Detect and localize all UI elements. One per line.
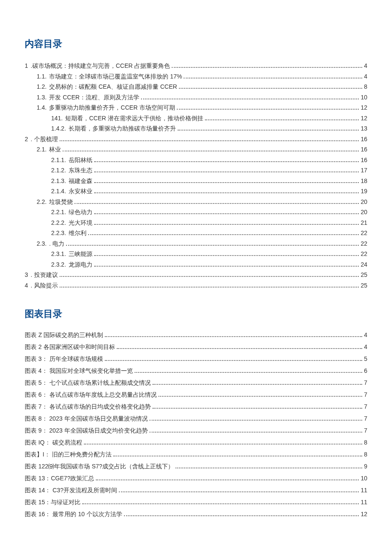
figure-entry[interactable]: 图表 15：与绿证对比 11 [25, 496, 367, 508]
toc-entry[interactable]: 2.2.3. 维尔利 22 [25, 228, 367, 238]
toc-entry-label: .碳市场概况：持续建立与完善，CCER 占据重要角色 [31, 61, 170, 71]
toc-entry[interactable]: 2.1. 林业 16 [25, 144, 367, 155]
leader-dots [153, 384, 363, 385]
figure-entry-page: 11 [360, 496, 367, 508]
toc-entry[interactable]: 2.2.1. 绿色动力 20 [25, 207, 367, 218]
document-page: 内容目录 1 .碳市场概况：持续建立与完善，CCER 占据重要角色 41.1. … [0, 0, 392, 537]
toc-entry-label: . 投资建议 [31, 270, 58, 280]
figure-entry[interactable]: 图表 8： 2023 年全国碳市场日交易量波动情况 7 [25, 413, 367, 424]
figure-entry[interactable]: 图表 6： 各试点碳市场年度线上总交易量占比情况7 [25, 389, 367, 401]
leader-dots [94, 213, 359, 214]
toc-entry-label: 龙源电力 [69, 259, 92, 270]
toc-entry[interactable]: 2.1.4. 永安林业 19 [25, 186, 367, 197]
toc-entry-label: 林业 [49, 144, 61, 155]
toc-entry-page: 4 [364, 61, 367, 71]
toc-entry[interactable]: 2.1.1. 岳阳林纸 16 [25, 155, 367, 166]
toc-entry[interactable]: 2 . 个股梳理16 [25, 134, 367, 145]
leader-dots [94, 171, 359, 172]
figure-entry[interactable]: 图表 16： 最常用的 10 个以次方法学 12 [25, 508, 367, 520]
leader-dots [94, 266, 359, 267]
figure-entry-label: 图表 4： 我国应对全球气候变化举措一览 [25, 365, 133, 377]
toc-entry-page: 25 [360, 270, 367, 280]
figure-entry[interactable]: 图表 122⑼年我国碳市场 S7?成交占比（含线上正线下）9 [25, 460, 367, 472]
toc-entry[interactable]: 2.2. 垃圾焚烧20 [25, 197, 367, 207]
leader-dots [117, 348, 363, 349]
toc-entry-label: 垃圾焚烧 [49, 197, 73, 207]
figure-entry-page: 4 [364, 329, 367, 341]
figure-entry[interactable]: 图表 IQ： 碳交易流程8 [25, 436, 367, 448]
leader-dots [94, 161, 359, 162]
toc-entry-page: 20 [360, 197, 367, 207]
figure-entry[interactable]: 图表 13：CGE7?政策汇总 10 [25, 472, 367, 484]
toc-entry-label: 开发 CCER：流程、原则及方法学 [49, 92, 139, 103]
toc-entry-page: 16 [360, 134, 367, 145]
toc-entry[interactable]: 2.1.2. 东珠生态 17 [25, 165, 367, 176]
toc-entry[interactable]: 2.3. . 电力 22 [25, 238, 367, 249]
figure-entry-label: 图表 5： 七个试点碳市场累计线上配额成交情况 [25, 377, 151, 389]
figure-entry-page: 4 [364, 341, 367, 353]
toc-entry[interactable]: 3 . 投资建议25 [25, 270, 367, 280]
toc-entry-label: 短期看，CCER 潜在需求远大于供给，推动价格倒挂 [65, 113, 203, 124]
toc-entry[interactable]: 1 .碳市场概况：持续建立与完善，CCER 占据重要角色 4 [25, 61, 367, 71]
leader-dots [153, 408, 363, 409]
figure-entry[interactable]: 图表 2 各国家洲区碳中和时间目标4 [25, 341, 367, 353]
figure-entry-page: 5 [364, 353, 367, 365]
toc-entry-number: 4 [25, 280, 28, 291]
toc-entry[interactable]: 2.2.2. 光大环境 21 [25, 218, 367, 228]
leader-dots [184, 78, 362, 78]
toc-entry-number: 2.1.1. [51, 155, 66, 166]
figure-entry-label: 图表 9： 2023 年全国碳场日成交均价变化趋势 [25, 424, 148, 436]
toc-entry[interactable]: 141. 短期看，CCER 潜在需求远大于供给，推动价格倒挂 12 [25, 113, 367, 124]
figure-entry[interactable]: 图表 4： 我国应对全球气候变化举措一览6 [25, 365, 367, 377]
toc-entry[interactable]: 1.4.2. 长期看，多重驱动力助推碳市场量价齐升 13 [25, 123, 367, 134]
toc-entry-page: 19 [360, 186, 367, 197]
toc-entry-number: 2.3.1. [51, 249, 66, 259]
figure-entry[interactable]: 图表 Z 国际碳交易的三种机制4 [25, 329, 367, 341]
toc-entry-number: 2 [25, 134, 28, 145]
toc-entry-label: 绿色动力 [69, 207, 92, 218]
leader-dots [60, 140, 359, 141]
toc-entry[interactable]: 4 . 风险提示25 [25, 280, 367, 291]
toc-entry-page: 24 [360, 259, 367, 270]
leader-dots [105, 360, 363, 361]
toc-entry-number: 2.3. [37, 238, 46, 249]
toc-entry-page: 21 [360, 218, 367, 228]
figure-entry[interactable]: 图表 9： 2023 年全国碳场日成交均价变化趋势 7 [25, 424, 367, 436]
toc-entry-number: 141. [51, 113, 63, 124]
figure-entry-page: 11 [360, 484, 367, 496]
toc-entry-label: 福建金森 [69, 176, 92, 186]
toc-entry[interactable]: 1.1. 市场建立：全球碳市场已覆盖温室气体排放的 17% 4 [25, 71, 367, 82]
figure-entry[interactable]: 图表 3： 历年全球碳市场规模5 [25, 353, 367, 365]
toc-entry-number: 1.2. [37, 81, 46, 92]
figure-entry[interactable]: 图表】I： 旧的三种免费分配方法 8 [25, 448, 367, 460]
toc-entry-number: 3 [25, 270, 28, 280]
leader-dots [94, 182, 359, 183]
leader-dots [94, 192, 359, 193]
leader-dots [119, 491, 359, 492]
toc-entry[interactable]: 1.3. 开发 CCER：流程、原则及方法学 10 [25, 92, 367, 103]
leader-dots [172, 67, 362, 68]
toc-entry-page: 4 [364, 71, 367, 82]
toc-entry-label: 岳阳林纸 [69, 155, 92, 166]
toc-entry-number: 1.3. [37, 92, 46, 103]
figure-entry[interactable]: 图表 14： C3?开发流程及所需时间 11 [25, 484, 367, 496]
toc-entry[interactable]: 2.3.2. 龙源电力 24 [25, 259, 367, 270]
toc-entry[interactable]: 1.4. 多重驱动力助推量价齐升，CCER 市场空间可期12 [25, 102, 367, 113]
toc-entry[interactable]: 2.3.1. 三峡能源 22 [25, 249, 367, 259]
toc-entry-label: 三峡能源 [69, 249, 92, 259]
figure-entry[interactable]: 图表 5： 七个试点碳市场累计线上配额成交情况7 [25, 377, 367, 389]
toc-entry-page: 12 [360, 102, 367, 113]
figure-entry[interactable]: 图表 7： 各试点碳市场的日均成交价格变化趋势7 [25, 401, 367, 413]
toc-entry-label: 交易标的：碳配额 CEA、核证自愿减排量 CCER [49, 81, 177, 92]
contents-heading: 内容目录 [25, 38, 367, 50]
toc-entry[interactable]: 2.1.3. 福建金森 18 [25, 176, 367, 186]
leader-dots [135, 372, 363, 373]
figures-heading: 图表目录 [25, 308, 367, 320]
leader-dots [75, 203, 359, 204]
figure-entry-page: 8 [364, 436, 367, 448]
figure-entry-label: 图表 122⑼年我国碳市场 S7?成交占比（含线上正线下） [25, 460, 174, 472]
toc-entry-label: 光大环境 [69, 218, 92, 228]
toc-entry[interactable]: 1.2. 交易标的：碳配额 CEA、核证自愿减排量 CCER 8 [25, 81, 367, 92]
leader-dots [94, 255, 359, 256]
leader-dots [150, 420, 363, 421]
